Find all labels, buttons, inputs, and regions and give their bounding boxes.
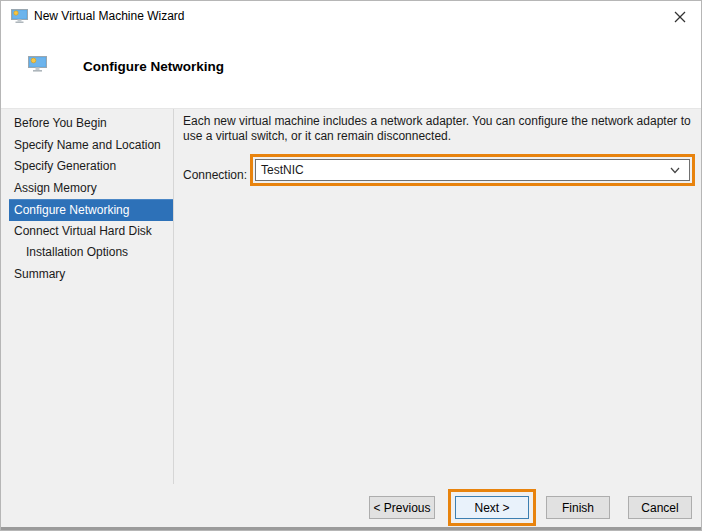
connection-dropdown-value: TestNIC bbox=[261, 163, 304, 177]
window-bottom-edge bbox=[1, 527, 701, 530]
title-bar: New Virtual Machine Wizard bbox=[1, 1, 701, 31]
connection-label: Connection: bbox=[183, 164, 247, 186]
cancel-button[interactable]: Cancel bbox=[628, 496, 692, 519]
sidebar-step-item[interactable]: Connect Virtual Hard Disk bbox=[9, 221, 173, 243]
sidebar-step-label: Connect Virtual Hard Disk bbox=[14, 224, 152, 238]
wizard-steps-sidebar: Before You Begin Specify Name and Locati… bbox=[9, 113, 173, 285]
vm-monitor-icon bbox=[28, 55, 47, 73]
sidebar-step-label: Before You Begin bbox=[14, 116, 107, 130]
sidebar-step-label: Specify Generation bbox=[14, 159, 116, 173]
finish-button[interactable]: Finish bbox=[546, 496, 610, 519]
sidebar-step-item[interactable]: Specify Generation bbox=[9, 156, 173, 178]
previous-button[interactable]: < Previous bbox=[369, 496, 435, 519]
sidebar-step-label: Installation Options bbox=[26, 245, 128, 259]
connection-dropdown[interactable]: TestNIC bbox=[255, 159, 690, 181]
sidebar-step-label: Specify Name and Location bbox=[14, 138, 161, 152]
window-title: New Virtual Machine Wizard bbox=[34, 1, 185, 31]
sidebar-step-label: Configure Networking bbox=[14, 203, 129, 217]
sidebar-step-label: Summary bbox=[14, 267, 65, 281]
sidebar-step-label: Assign Memory bbox=[14, 181, 97, 195]
sidebar-separator bbox=[173, 109, 174, 484]
close-button[interactable] bbox=[665, 5, 695, 29]
next-button[interactable]: Next > bbox=[455, 496, 529, 519]
wizard-window: New Virtual Machine Wizard Configure Net… bbox=[0, 0, 702, 531]
sidebar-step-item[interactable]: Installation Options bbox=[9, 242, 173, 264]
close-icon bbox=[674, 11, 686, 23]
sidebar-step-item[interactable]: Specify Name and Location bbox=[9, 135, 173, 157]
next-highlight-annotation: Next > bbox=[448, 489, 536, 526]
sidebar-step-item[interactable]: Configure Networking bbox=[9, 199, 173, 221]
wizard-header: Configure Networking bbox=[1, 31, 701, 108]
chevron-down-icon bbox=[670, 167, 680, 174]
sidebar-step-item[interactable]: Assign Memory bbox=[9, 178, 173, 200]
page-description: Each new virtual machine includes a netw… bbox=[183, 114, 691, 143]
sidebar-step-item[interactable]: Before You Begin bbox=[9, 113, 173, 135]
vm-wizard-icon bbox=[11, 8, 28, 24]
sidebar-step-item[interactable]: Summary bbox=[9, 264, 173, 286]
connection-highlight-annotation: TestNIC bbox=[250, 154, 695, 186]
page-title: Configure Networking bbox=[83, 59, 224, 74]
content-area: Before You Begin Specify Name and Locati… bbox=[1, 108, 701, 530]
